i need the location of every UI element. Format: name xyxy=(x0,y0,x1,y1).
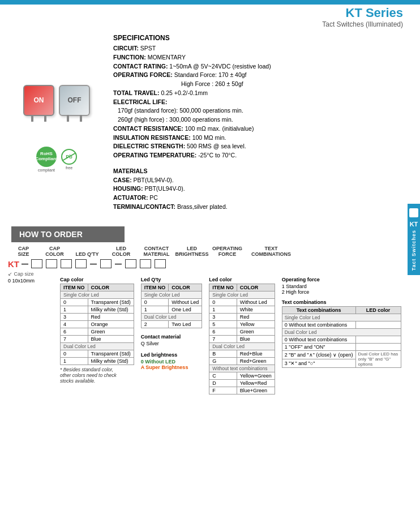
col-led-brightness: LEDBRIGHTNESS xyxy=(175,246,209,257)
lc-header-color: COLOR xyxy=(237,284,275,291)
led-color-title: Led color xyxy=(209,277,275,282)
side-tab-icon xyxy=(409,208,418,217)
led-color-detail: Led color ITEM NOCOLOR Single Color Led … xyxy=(209,277,275,394)
lc-notext-d-item: D xyxy=(209,379,237,387)
contact-material-q: Q Silver xyxy=(141,341,203,346)
column-headers-row: CAPSIZE CAPCOLOR LED Q'TY LEDCOLOR CONTA… xyxy=(0,242,420,258)
lq-row-1-item: 1 xyxy=(141,306,169,313)
spec-dielectric: DIELECTRIC STRENGTH: 500 RMS @ sea level… xyxy=(113,142,414,151)
operating-force-title: Operating force xyxy=(282,277,401,282)
cc-row-0-item: 0 xyxy=(61,298,88,306)
col-contact-mat: CONTACTMATERIAL xyxy=(138,246,175,257)
side-tab: KT Tact Switches xyxy=(408,204,420,275)
switch-images: ON OFF xyxy=(23,85,90,124)
cc-dual-0-item: 0 xyxy=(61,350,88,357)
lc-row-1-item: 1 xyxy=(209,306,237,313)
lq-dual-2-item: 2 xyxy=(141,320,169,328)
specs-title: SPECIFICATIONS xyxy=(113,34,414,42)
tc-dual-23-led: Dual Color LED has only "B" and "G" opti… xyxy=(355,350,401,367)
cc-header-item: ITEM NO xyxy=(61,284,88,291)
spec-materials-title: MATERIALS xyxy=(113,167,414,176)
lq-row-1-color: One Led xyxy=(169,306,202,313)
cap-color-title: Cap color xyxy=(60,277,134,282)
lc-subheader3: Without text combinations xyxy=(209,365,275,372)
lq-row-0-color: Without Led xyxy=(169,298,202,306)
lc-row-7-item: 7 xyxy=(209,335,237,342)
spec-actuator: ACTUATOR: PC xyxy=(113,194,414,203)
cc-row-7-item: 7 xyxy=(61,335,88,342)
tc-dual-0-comb: 0 Without text combinations xyxy=(282,336,355,343)
spec-case: CASE: PBT(UL94V-0). xyxy=(113,176,414,185)
slot-op-force xyxy=(140,259,151,268)
leg-right-off xyxy=(80,115,82,122)
led-brightness-title: Led brightness xyxy=(141,352,203,358)
right-details: Operating force 1 Standard 2 High force … xyxy=(282,277,401,368)
tc-subheader-dual: Dual Color Led xyxy=(282,328,401,336)
kt-diagram-label: KT xyxy=(8,259,19,269)
pb-badge: Pb xyxy=(61,149,77,165)
lc-row-3-item: 3 xyxy=(209,313,237,320)
col-text-comb: TEXTCOMBINATIONS xyxy=(246,246,297,257)
rohs-area: RoHSCompliant compliant Pb free xyxy=(36,147,77,172)
lq-subheader2: Dual Color Led xyxy=(141,313,202,320)
cc-dual-1-color: Milky white (Std) xyxy=(88,357,134,365)
lc-header-item: ITEM NO xyxy=(209,284,237,291)
kt-order-diagram: KT — — — xyxy=(0,258,420,270)
text-comb-title: Text combinations xyxy=(282,299,401,305)
col-led-qty: LED Q'TY xyxy=(70,251,104,257)
op-force-2: 2 High force xyxy=(282,289,401,295)
spec-contact-rating: CONTACT RATING: 1~50mA @ 5V~24VDC (resis… xyxy=(113,62,414,71)
col-cap-color: CAPCOLOR xyxy=(39,246,70,257)
spec-circuit: CIRCUIT: SPST xyxy=(113,44,414,53)
spec-insulation-res: INSULATION RESISTANCE: 100 MΩ min. xyxy=(113,134,414,143)
tc-dual-1-led xyxy=(355,343,401,350)
series-subtitle: Tact Switches (Illuminated) xyxy=(322,20,403,28)
text-comb-table: Text combinationsLED color Single Color … xyxy=(282,306,401,368)
specifications-block: SPECIFICATIONS CIRCUIT: SPST FUNCTION: M… xyxy=(108,34,414,212)
side-tab-kt-label: KT xyxy=(410,221,418,228)
lc-row-0-color: Without Led xyxy=(237,298,275,306)
cap-color-detail: Cap color ITEM NOCOLOR Single Color Led … xyxy=(60,277,134,384)
tc-dual-3-comb: 3 "✕" and "○" xyxy=(282,359,355,367)
cc-row-4-item: 4 xyxy=(61,320,88,328)
lc-notext-f-item: F xyxy=(209,387,237,394)
lc-subheader2: Dual Color Led xyxy=(209,342,275,350)
series-title: KT Series xyxy=(322,6,403,20)
cc-dual-0-color: Transparent (Std) xyxy=(88,350,134,357)
product-image-area: ON OFF RoHSCompliant compliant xyxy=(6,34,108,212)
rohs-badge: RoHSCompliant xyxy=(36,147,57,167)
col-cap-size: CAPSIZE xyxy=(8,246,39,257)
lc-row-3-color: Red xyxy=(237,313,275,320)
cap-size-detail: ↙ Cap size 0 10x10mm xyxy=(8,271,53,284)
tc-single-0-comb: 0 Without text combinations xyxy=(282,321,355,328)
tc-dual-2-comb: 2 "B" and "∧" (close) ∨ (open) xyxy=(282,350,355,359)
spec-housing: HOUSING: PBT(UL94V-0). xyxy=(113,185,414,194)
lc-row-0-item: 0 xyxy=(209,298,237,306)
lc-notext-c-color: Yellow+Green xyxy=(237,372,275,379)
op-force-1: 1 Standard xyxy=(282,284,401,289)
cc-row-0-color: Transparent (Std) xyxy=(88,298,134,306)
lc-row-7-color: Blue xyxy=(237,335,275,342)
switch-on-image: ON xyxy=(23,85,54,116)
pb-strike xyxy=(62,152,76,161)
tc-header-led: LED color xyxy=(355,306,401,314)
cc-row-3-item: 3 xyxy=(61,313,88,320)
cc-subheader1: Single Color Led xyxy=(61,291,134,298)
leg-right xyxy=(44,115,46,122)
switch-off-image: OFF xyxy=(59,85,90,116)
spec-elec-life-2: 260gf (high force) : 300,000 operations … xyxy=(113,115,414,125)
lc-dual-b-color: Red+Blue xyxy=(237,350,275,357)
cc-row-3-color: Red xyxy=(88,313,134,320)
led-qty-table: ITEM NOCOLOR Single Color Led 0Without L… xyxy=(141,284,203,328)
tc-dual-0-led xyxy=(355,336,401,343)
cc-row-1-item: 1 xyxy=(61,306,88,313)
leg-left-off xyxy=(67,115,69,122)
pb-label: free xyxy=(61,166,77,170)
contact-material-title: Contact material xyxy=(141,334,203,340)
spec-op-temp: OPERATING TEMPERATURE: -25°C to 70°C. xyxy=(113,151,414,160)
lc-row-5-item: 5 xyxy=(209,320,237,328)
lq-header-color: COLOR xyxy=(169,284,202,291)
spec-terminal: TERMINAL/CONTACT: Brass,silver plated. xyxy=(113,203,414,212)
slot-led-qty xyxy=(61,259,72,268)
cc-header-color: COLOR xyxy=(88,284,134,291)
